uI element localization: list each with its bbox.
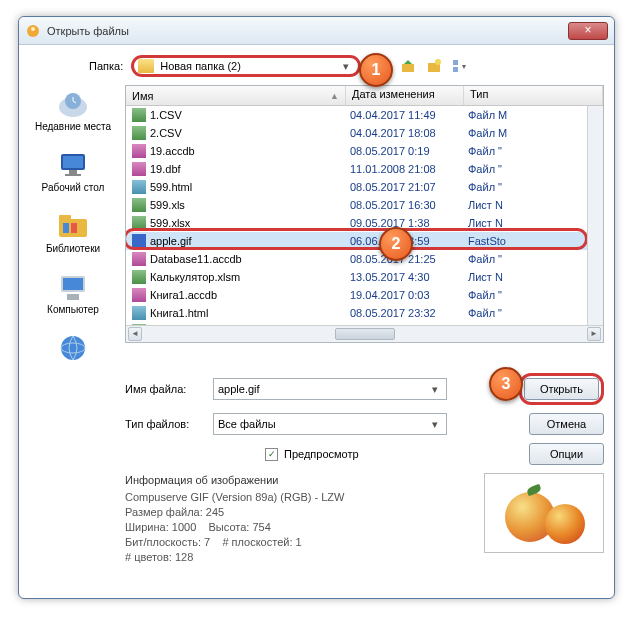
- file-row[interactable]: Калькулятор.xlsm13.05.2017 4:30Лист N: [126, 268, 603, 286]
- svg-point-1: [31, 27, 35, 31]
- open-button[interactable]: Открыть: [524, 378, 599, 400]
- svg-point-5: [435, 59, 441, 65]
- svg-rect-15: [65, 174, 81, 176]
- svg-rect-14: [69, 170, 77, 174]
- file-icon: [132, 180, 146, 194]
- sidebar-item-recent[interactable]: Недавние места: [35, 89, 111, 132]
- file-row[interactable]: 1.CSV04.04.2017 11:49Файл M: [126, 106, 603, 124]
- file-row[interactable]: 2.CSV04.04.2017 18:08Файл M: [126, 124, 603, 142]
- options-button[interactable]: Опции: [529, 443, 604, 465]
- file-icon: [132, 324, 146, 325]
- file-icon: [132, 216, 146, 230]
- file-row[interactable]: 599.xlsx09.05.2017 1:38Лист N: [126, 214, 603, 232]
- scroll-right-button[interactable]: ►: [587, 327, 601, 341]
- filetype-dropdown[interactable]: Все файлы ▾: [213, 413, 447, 435]
- preview-label: Предпросмотр: [284, 448, 359, 460]
- vertical-scrollbar[interactable]: [587, 106, 603, 325]
- svg-point-23: [61, 336, 85, 360]
- desktop-icon: [55, 150, 91, 180]
- svg-rect-21: [63, 278, 83, 290]
- file-icon: [132, 162, 146, 176]
- file-icon: [132, 126, 146, 140]
- scroll-thumb[interactable]: [335, 328, 395, 340]
- folder-dropdown[interactable]: Новая папка (2) ▾: [131, 55, 361, 77]
- folder-icon: [138, 59, 154, 73]
- folder-label: Папка:: [89, 60, 123, 72]
- window-title: Открыть файлы: [47, 25, 568, 37]
- svg-rect-22: [67, 294, 79, 300]
- file-row[interactable]: 599.xls08.05.2017 16:30Лист N: [126, 196, 603, 214]
- app-icon: [25, 23, 41, 39]
- scroll-left-button[interactable]: ◄: [128, 327, 142, 341]
- folder-name: Новая папка (2): [160, 60, 338, 72]
- file-row[interactable]: apple.gif06.06.2017 3:59FastSto: [126, 232, 603, 250]
- svg-rect-13: [63, 156, 83, 168]
- file-row[interactable]: Книга1.html08.05.2017 23:32Файл ": [126, 304, 603, 322]
- file-open-dialog: Открыть файлы × Папка: Новая папка (2) ▾…: [18, 16, 615, 599]
- computer-icon: [55, 272, 91, 302]
- column-type[interactable]: Тип: [464, 86, 603, 105]
- sidebar-item-desktop[interactable]: Рабочий стол: [42, 150, 105, 193]
- image-info: Информация об изображении Compuserve GIF…: [125, 473, 468, 565]
- horizontal-scrollbar[interactable]: ◄ ►: [126, 325, 603, 342]
- annotation-marker-2: 2: [379, 227, 413, 261]
- file-row[interactable]: 599.html08.05.2017 21:07Файл ": [126, 178, 603, 196]
- file-icon: [132, 198, 146, 212]
- file-row[interactable]: Книга1.accdb19.04.2017 0:03Файл ": [126, 286, 603, 304]
- up-icon[interactable]: [399, 57, 417, 75]
- filename-input[interactable]: apple.gif ▾: [213, 378, 447, 400]
- column-headers[interactable]: Имя▲ Дата изменения Тип: [126, 86, 603, 106]
- sidebar-item-libraries[interactable]: Библиотеки: [46, 211, 100, 254]
- file-row[interactable]: 19.dbf11.01.2008 21:08Файл ": [126, 160, 603, 178]
- filetype-label: Тип файлов:: [125, 418, 205, 430]
- file-icon: [132, 144, 146, 158]
- recent-icon: [55, 89, 91, 119]
- close-button[interactable]: ×: [568, 22, 608, 40]
- svg-rect-19: [71, 223, 77, 233]
- column-name: Имя▲: [126, 86, 346, 105]
- file-icon: [132, 252, 146, 266]
- titlebar[interactable]: Открыть файлы ×: [19, 17, 614, 45]
- file-row[interactable]: Книга1.ods08.05.2017 11:59Элект: [126, 322, 603, 325]
- annotation-marker-1: 1: [359, 53, 393, 87]
- chevron-down-icon: ▾: [338, 60, 354, 73]
- svg-rect-17: [59, 215, 71, 221]
- svg-rect-8: [453, 67, 458, 72]
- file-icon: [132, 288, 146, 302]
- view-icon[interactable]: ▾: [451, 57, 469, 75]
- file-icon: [132, 108, 146, 122]
- chevron-down-icon: ▾: [428, 383, 442, 396]
- places-sidebar: Недавние места Рабочий стол Библиотеки К…: [29, 85, 117, 365]
- annotation-marker-3: 3: [489, 367, 523, 401]
- file-rows: 1.CSV04.04.2017 11:49Файл M2.CSV04.04.20…: [126, 106, 603, 325]
- file-row[interactable]: 19.accdb08.05.2017 0:19Файл ": [126, 142, 603, 160]
- cancel-button[interactable]: Отмена: [529, 413, 604, 435]
- file-icon: [132, 270, 146, 284]
- preview-thumbnail: [484, 473, 604, 553]
- svg-rect-6: [453, 60, 458, 65]
- chevron-down-icon: ▾: [428, 418, 442, 431]
- libraries-icon: [55, 211, 91, 241]
- svg-rect-3: [402, 64, 414, 72]
- column-date[interactable]: Дата изменения: [346, 86, 464, 105]
- file-list[interactable]: Имя▲ Дата изменения Тип 1.CSV04.04.2017 …: [125, 85, 604, 343]
- preview-checkbox[interactable]: ✓: [265, 448, 278, 461]
- svg-rect-18: [63, 223, 69, 233]
- file-icon: [132, 306, 146, 320]
- sidebar-item-computer[interactable]: Компьютер: [47, 272, 99, 315]
- file-row[interactable]: Database11.accdb08.05.2017 21:25Файл ": [126, 250, 603, 268]
- new-folder-icon[interactable]: [425, 57, 443, 75]
- file-icon: [132, 234, 146, 248]
- sidebar-item-network[interactable]: [55, 333, 91, 365]
- filename-label: Имя файла:: [125, 383, 205, 395]
- network-icon: [55, 333, 91, 363]
